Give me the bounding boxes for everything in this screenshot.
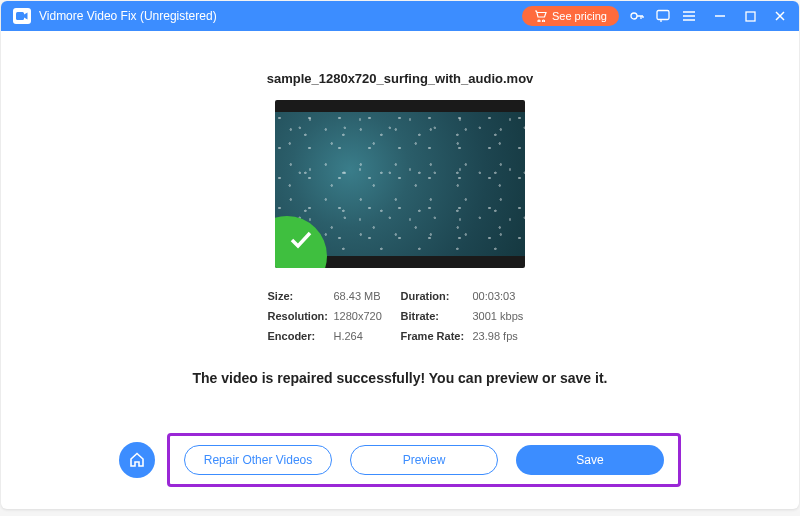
footer-actions: Repair Other Videos Preview Save bbox=[1, 433, 799, 487]
main-content: sample_1280x720_surfing_with_audio.mov S… bbox=[1, 31, 799, 386]
save-button[interactable]: Save bbox=[516, 445, 664, 475]
framerate-label: Frame Rate: bbox=[401, 330, 473, 342]
size-value: 68.43 MB bbox=[334, 290, 401, 302]
svg-rect-0 bbox=[16, 12, 24, 20]
duration-label: Duration: bbox=[401, 290, 473, 302]
home-icon bbox=[128, 451, 146, 469]
resolution-value: 1280x720 bbox=[334, 310, 401, 322]
button-group-highlight: Repair Other Videos Preview Save bbox=[167, 433, 681, 487]
encoder-value: H.264 bbox=[334, 330, 401, 342]
bitrate-value: 3001 kbps bbox=[473, 310, 533, 322]
svg-rect-3 bbox=[746, 12, 755, 21]
feedback-icon[interactable] bbox=[655, 8, 671, 24]
video-thumbnail bbox=[275, 100, 525, 268]
bitrate-label: Bitrate: bbox=[401, 310, 473, 322]
svg-point-1 bbox=[631, 13, 637, 19]
encoder-label: Encoder: bbox=[268, 330, 334, 342]
success-message: The video is repaired successfully! You … bbox=[193, 370, 608, 386]
framerate-value: 23.98 fps bbox=[473, 330, 533, 342]
menu-icon[interactable] bbox=[681, 8, 697, 24]
titlebar: Vidmore Video Fix (Unregistered) See pri… bbox=[1, 1, 799, 31]
see-pricing-label: See pricing bbox=[552, 10, 607, 22]
preview-button[interactable]: Preview bbox=[350, 445, 498, 475]
app-logo-icon bbox=[13, 8, 31, 24]
repair-other-videos-button[interactable]: Repair Other Videos bbox=[184, 445, 332, 475]
minimize-button[interactable] bbox=[713, 9, 727, 23]
maximize-button[interactable] bbox=[743, 9, 757, 23]
home-button[interactable] bbox=[119, 442, 155, 478]
svg-rect-2 bbox=[657, 11, 669, 20]
size-label: Size: bbox=[268, 290, 334, 302]
resolution-label: Resolution: bbox=[268, 310, 334, 322]
window-title: Vidmore Video Fix (Unregistered) bbox=[39, 9, 522, 23]
key-icon[interactable] bbox=[629, 8, 645, 24]
duration-value: 00:03:03 bbox=[473, 290, 533, 302]
video-info-grid: Size: 68.43 MB Duration: 00:03:03 Resolu… bbox=[268, 290, 533, 342]
close-button[interactable] bbox=[773, 9, 787, 23]
filename-label: sample_1280x720_surfing_with_audio.mov bbox=[267, 71, 534, 86]
see-pricing-button[interactable]: See pricing bbox=[522, 6, 619, 26]
cart-icon bbox=[534, 10, 547, 22]
